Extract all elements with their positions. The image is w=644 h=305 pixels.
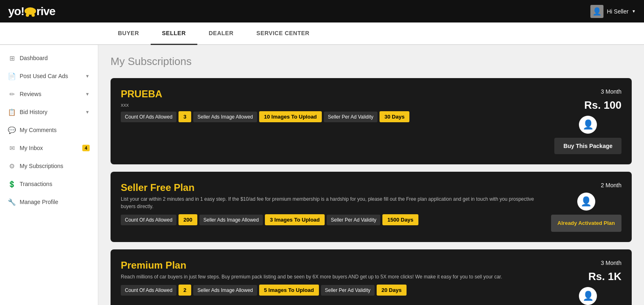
tab-buyer[interactable]: BUYER xyxy=(106,22,151,45)
user-menu[interactable]: 👤 Hi Seller ▼ xyxy=(590,5,636,18)
sidebar-label-post-ads: Post Used Car Ads xyxy=(20,73,68,79)
badge-value-prueba-0: 3 xyxy=(179,111,191,122)
post-ads-icon: 📄 xyxy=(8,72,16,80)
logo-text-yo: yo! xyxy=(8,5,24,18)
card-price-premium: Rs. 1K xyxy=(554,270,621,283)
badge-value-premium-1: 5 Images To Upload xyxy=(259,285,319,296)
badge-label-premium-1: Seller Ads Image Allowed xyxy=(193,285,257,296)
card-price-prueba: Rs. 100 xyxy=(554,99,621,112)
sidebar-item-reviews[interactable]: ✏ Reviews ▼ xyxy=(0,85,98,103)
badge-label-free-1: Seller Ads Image Allowed xyxy=(199,215,263,225)
subscription-card-premium: Premium Plan Reach millions of car buyer… xyxy=(111,249,632,305)
nav-tabs: BUYER SELLER DEALER SERVICE CENTER xyxy=(0,22,644,45)
card-avatar-prueba: 👤 xyxy=(579,116,597,134)
tab-service-center[interactable]: SERVICE CENTER xyxy=(245,22,321,45)
card-body-prueba: PRUEBA xxx Count Of Ads Allowed 3 Seller… xyxy=(121,88,546,122)
sidebar-item-transactions[interactable]: 💲 Transactions xyxy=(0,175,98,193)
sidebar-label-my-comments: My Comments xyxy=(20,127,56,133)
badge-label-free-2: Seller Per Ad Validity xyxy=(327,215,380,225)
card-duration-free-plan: 2 Month xyxy=(551,182,621,188)
card-avatar-premium: 👤 xyxy=(579,287,597,305)
my-subscriptions-icon: ⚙ xyxy=(8,162,16,170)
logo-text-drive: rive xyxy=(36,5,55,18)
user-avatar: 👤 xyxy=(590,5,603,18)
sidebar-item-bid-history[interactable]: 📋 Bid History ▼ xyxy=(0,103,98,121)
sidebar-label-manage-profile: Manage Profile xyxy=(20,199,58,205)
badge-label-prueba-2: Seller Per Ad Validity xyxy=(324,112,377,122)
reviews-icon: ✏ xyxy=(8,90,16,98)
badge-label-prueba-1: Seller Ads Image Allowed xyxy=(193,112,257,122)
sidebar-label-my-inbox: My Inbox xyxy=(20,145,43,151)
card-body-free-plan: Seller Free Plan List your car within 2 … xyxy=(121,182,543,225)
dashboard-icon: ⊞ xyxy=(8,54,16,62)
badge-label-premium-2: Seller Per Ad Validity xyxy=(321,285,375,296)
badge-label-free-0: Count Of Ads Allowed xyxy=(121,215,176,225)
card-avatar-free-plan: 👤 xyxy=(577,193,595,211)
card-duration-premium: 3 Month xyxy=(554,260,621,266)
card-right-premium: 3 Month Rs. 1K 👤 Buy This Package xyxy=(546,260,621,305)
tab-seller[interactable]: SELLER xyxy=(151,22,197,45)
sidebar-item-my-comments[interactable]: 💬 My Comments xyxy=(0,121,98,139)
card-title-premium: Premium Plan xyxy=(121,260,546,271)
buy-package-button-prueba[interactable]: Buy This Package xyxy=(554,138,621,154)
badge-label-premium-0: Count Of Ads Allowed xyxy=(121,285,176,296)
card-desc-free-plan: List your car within 2 minutes and in 1 … xyxy=(121,195,543,210)
my-comments-icon: 💬 xyxy=(8,126,16,134)
sidebar-item-dashboard[interactable]: ⊞ Dashboard xyxy=(0,49,98,67)
post-ads-arrow: ▼ xyxy=(85,74,90,78)
badge-value-free-1: 3 Images To Upload xyxy=(265,214,325,225)
tab-dealer[interactable]: DEALER xyxy=(197,22,245,45)
logo: yo!rive xyxy=(8,5,55,18)
subscription-card-prueba: PRUEBA xxx Count Of Ads Allowed 3 Seller… xyxy=(111,78,632,164)
card-title-free-plan: Seller Free Plan xyxy=(121,182,543,193)
main-content: My Subscriptions PRUEBA xxx Count Of Ads… xyxy=(98,45,644,305)
badge-value-premium-0: 2 xyxy=(179,285,191,296)
sidebar-label-bid-history: Bid History xyxy=(20,109,47,115)
subscription-card-free-plan: Seller Free Plan List your car within 2 … xyxy=(111,172,632,242)
card-body-premium: Premium Plan Reach millions of car buyer… xyxy=(121,260,546,296)
activated-plan-button: Already Activated Plan xyxy=(551,215,621,232)
badge-value-prueba-1: 10 Images To Upload xyxy=(259,111,322,122)
card-right-free-plan: 2 Month 👤 Already Activated Plan xyxy=(543,182,621,232)
page-title: My Subscriptions xyxy=(111,55,632,68)
card-desc-premium: Reach millions of car buyers in just few… xyxy=(121,273,546,280)
sidebar-label-transactions: Transactions xyxy=(20,181,52,187)
sidebar-item-post-used-car-ads[interactable]: 📄 Post Used Car Ads ▼ xyxy=(0,67,98,85)
card-badges-free-plan: Count Of Ads Allowed 200 Seller Ads Imag… xyxy=(121,214,543,225)
reviews-arrow: ▼ xyxy=(85,92,90,96)
sidebar-item-my-subscriptions[interactable]: ⚙ My Subscriptions xyxy=(0,157,98,175)
sidebar-label-dashboard: Dashboard xyxy=(20,55,48,61)
sidebar-label-my-subscriptions: My Subscriptions xyxy=(20,163,63,169)
manage-profile-icon: 🔧 xyxy=(8,198,16,206)
logo-icon xyxy=(25,7,36,15)
my-inbox-icon: ✉ xyxy=(8,144,16,152)
sidebar-item-manage-profile[interactable]: 🔧 Manage Profile xyxy=(0,193,98,211)
inbox-badge: 4 xyxy=(82,145,90,151)
header: yo!rive 👤 Hi Seller ▼ xyxy=(0,0,644,22)
badge-value-free-0: 200 xyxy=(179,214,197,225)
bid-history-icon: 📋 xyxy=(8,108,16,116)
transactions-icon: 💲 xyxy=(8,180,16,188)
card-badges-prueba: Count Of Ads Allowed 3 Seller Ads Image … xyxy=(121,111,546,122)
badge-value-prueba-2: 30 Days xyxy=(380,111,409,122)
card-right-prueba: 3 Month Rs. 100 👤 Buy This Package xyxy=(546,88,621,154)
user-dropdown-arrow: ▼ xyxy=(632,9,636,13)
layout: ⊞ Dashboard 📄 Post Used Car Ads ▼ ✏ Revi… xyxy=(0,45,644,305)
badge-value-free-2: 1500 Days xyxy=(382,214,418,225)
sidebar-label-reviews: Reviews xyxy=(20,91,41,97)
card-subtitle-prueba: xxx xyxy=(121,102,546,108)
badge-value-premium-2: 20 Days xyxy=(377,285,407,296)
sidebar: ⊞ Dashboard 📄 Post Used Car Ads ▼ ✏ Revi… xyxy=(0,45,98,305)
sidebar-item-my-inbox[interactable]: ✉ My Inbox 4 xyxy=(0,139,98,157)
badge-label-prueba-0: Count Of Ads Allowed xyxy=(121,112,176,122)
card-title-prueba: PRUEBA xyxy=(121,88,546,100)
card-badges-premium: Count Of Ads Allowed 2 Seller Ads Image … xyxy=(121,285,546,296)
bid-history-arrow: ▼ xyxy=(85,110,90,114)
card-duration-prueba: 3 Month xyxy=(554,88,621,95)
user-name: Hi Seller xyxy=(607,8,628,15)
